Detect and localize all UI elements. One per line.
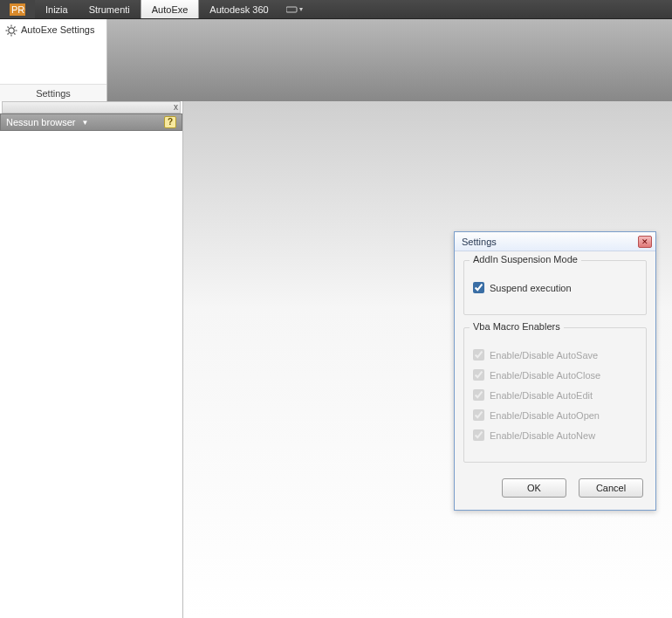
vba-checkbox-label-2: Enable/Disable AutoEdit (490, 390, 593, 401)
ribbon-panel-title: Settings (0, 84, 106, 101)
vba-checkbox-input-0 (473, 349, 484, 360)
menu-overflow-icon[interactable] (279, 0, 311, 18)
dialog-titlebar[interactable]: Settings ✕ (455, 232, 655, 251)
vba-checkbox-input-4 (473, 429, 484, 441)
suspend-execution-input[interactable] (473, 282, 484, 293)
group-legend-suspension: AddIn Suspension Mode (470, 254, 581, 264)
ribbon: AutoExe Settings Settings (0, 19, 672, 101)
close-icon[interactable]: x (174, 102, 178, 112)
menubar: PRO Inizia Strumenti AutoExe Autodesk 36… (0, 0, 672, 19)
group-legend-vba: Vba Macro Enablers (470, 321, 564, 332)
group-addin-suspension: AddIn Suspension Mode Suspend execution (463, 260, 647, 315)
help-icon[interactable]: ? (164, 116, 176, 128)
left-sidebar: x Nessun browser ▼ ? (0, 101, 183, 618)
svg-marker-3 (299, 8, 303, 11)
vba-checkbox-0: Enable/Disable AutoSave (473, 349, 637, 360)
dialog-title: Settings (462, 237, 497, 247)
svg-line-9 (8, 27, 9, 28)
ok-button[interactable]: OK (502, 478, 566, 498)
browser-header[interactable]: Nessun browser ▼ ? (0, 113, 182, 131)
menu-item-autoexe[interactable]: AutoExe (141, 0, 200, 18)
svg-line-11 (8, 33, 9, 34)
ribbon-panel-settings: AutoExe Settings Settings (0, 19, 107, 101)
vba-checkbox-1: Enable/Disable AutoClose (473, 369, 637, 381)
autoexe-settings-label: AutoExe Settings (21, 24, 94, 35)
gear-icon (5, 24, 17, 37)
autoexe-settings-button[interactable]: AutoExe Settings (0, 19, 106, 84)
cancel-button[interactable]: Cancel (579, 478, 643, 498)
app-icon[interactable]: PRO (0, 0, 35, 18)
suspend-execution-checkbox[interactable]: Suspend execution (473, 282, 637, 293)
svg-line-10 (14, 33, 15, 34)
chevron-down-icon: ▼ (81, 119, 88, 127)
vba-checkbox-input-2 (473, 389, 484, 401)
svg-point-4 (9, 28, 14, 33)
vba-checkbox-input-1 (473, 369, 484, 381)
svg-text:PRO: PRO (11, 4, 25, 15)
group-vba-macro-enablers: Vba Macro Enablers Enable/Disable AutoSa… (463, 327, 647, 463)
vba-checkbox-2: Enable/Disable AutoEdit (473, 389, 637, 401)
vba-checkbox-label-4: Enable/Disable AutoNew (490, 430, 595, 441)
svg-line-12 (14, 27, 15, 28)
vba-checkbox-input-3 (473, 409, 484, 421)
menu-item-inizia[interactable]: Inizia (35, 0, 79, 18)
vba-checkbox-label-0: Enable/Disable AutoSave (490, 350, 598, 360)
dialog-close-icon[interactable]: ✕ (638, 236, 652, 248)
vba-checkbox-label-1: Enable/Disable AutoClose (490, 370, 600, 381)
svg-rect-2 (286, 7, 297, 12)
vba-checkbox-3: Enable/Disable AutoOpen (473, 409, 637, 421)
settings-dialog: Settings ✕ AddIn Suspension Mode Suspend… (454, 231, 656, 511)
browser-title: Nessun browser (6, 117, 75, 127)
menu-item-strumenti[interactable]: Strumenti (79, 0, 141, 18)
suspend-execution-label: Suspend execution (490, 283, 572, 293)
menu-item-autodesk360[interactable]: Autodesk 360 (199, 0, 278, 18)
vba-checkbox-label-3: Enable/Disable AutoOpen (490, 410, 600, 421)
vba-checkbox-4: Enable/Disable AutoNew (473, 429, 637, 441)
sidebar-toolbar: x (2, 101, 181, 113)
